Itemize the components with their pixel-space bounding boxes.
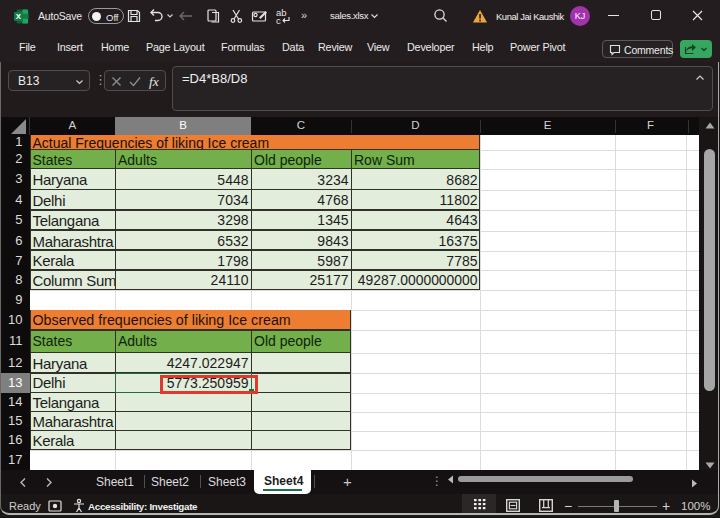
svg-text:c: c <box>276 15 281 25</box>
svg-text:X: X <box>16 12 22 21</box>
